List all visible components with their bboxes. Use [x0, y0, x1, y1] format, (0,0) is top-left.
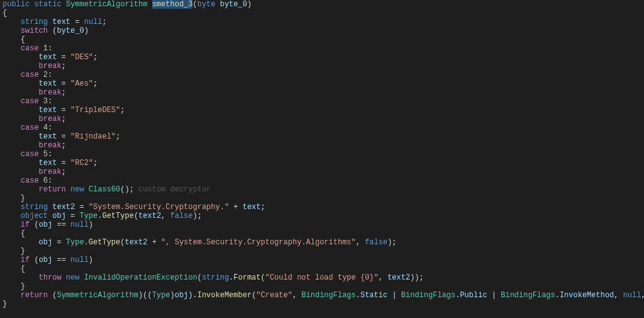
code-line: switch (byte_0)	[0, 26, 644, 35]
code-line: case 5:	[0, 150, 644, 159]
var-text: text	[52, 18, 70, 26]
code-line: obj = Type.GetType(text2 + ", System.Sec…	[0, 238, 644, 247]
code-line: }	[0, 247, 644, 256]
code-line: throw new InvalidOperationException(stri…	[0, 273, 644, 282]
kw-new: new	[70, 185, 84, 194]
string-algo-ns: ", System.Security.Cryptography.Algorith…	[161, 238, 356, 247]
class60-type: Class60	[89, 185, 120, 194]
code-editor[interactable]: public static SymmetricAlgorithm smethod…	[0, 0, 644, 318]
code-line: break;	[0, 168, 644, 176]
var-text2: text2	[52, 203, 75, 212]
kw-case: case	[21, 176, 43, 185]
kw-string: string	[21, 18, 48, 26]
fn-format: Format	[233, 273, 260, 282]
code-line: break;	[0, 115, 644, 123]
code-line: {	[0, 264, 644, 273]
code-line: if (obj == null)	[0, 256, 644, 264]
string-rijndael: "Rijndael"	[70, 132, 116, 141]
code-line: string text2 = "System.Security.Cryptogr…	[0, 203, 644, 212]
kw-case: case	[21, 71, 43, 79]
string-aes: "Aes"	[70, 79, 93, 88]
kw-return: return	[39, 185, 66, 194]
code-line: case 3:	[0, 97, 644, 106]
kw-case: case	[21, 123, 43, 132]
code-line: text = "RC2";	[0, 159, 644, 168]
code-line: {	[0, 229, 644, 238]
comment-custom-decryptor: custom decryptor	[134, 185, 211, 194]
lparen: (	[192, 0, 197, 9]
code-line: break;	[0, 62, 644, 71]
code-line: return new Class60(); custom decryptor	[0, 185, 644, 194]
code-line: text = "TripleDES";	[0, 106, 644, 115]
kw-throw: throw	[39, 273, 62, 282]
param-name: byte_0	[220, 0, 247, 9]
kw-switch: switch	[21, 26, 48, 35]
code-line: case 1:	[0, 44, 644, 53]
code-line: text = "DES";	[0, 53, 644, 62]
kw-static: static	[34, 0, 61, 9]
kw-break: break	[39, 115, 62, 123]
string-fmt: "Could not load type {0}"	[265, 273, 379, 282]
method-name-selected[interactable]: smethod_3	[152, 0, 193, 9]
string-tripledes: "TripleDES"	[70, 106, 120, 115]
code-line: }	[0, 282, 644, 291]
kw-break: break	[39, 168, 62, 176]
kw-break: break	[39, 88, 62, 97]
code-line: {	[0, 35, 644, 44]
kw-case: case	[21, 97, 43, 106]
rparen: )	[247, 0, 252, 9]
kw-break: break	[39, 62, 62, 71]
var-byte0: byte_0	[57, 26, 84, 35]
lbrace: {	[3, 9, 7, 18]
code-line: break;	[0, 141, 644, 150]
param-type: byte	[197, 0, 216, 9]
code-line: case 2:	[0, 71, 644, 79]
type-ioe: InvalidOperationException	[84, 273, 197, 282]
code-line: break;	[0, 88, 644, 97]
string-des: "DES"	[70, 53, 93, 62]
kw-case: case	[21, 44, 43, 53]
var-obj: obj	[52, 212, 66, 220]
kw-break: break	[39, 141, 62, 150]
code-line: }	[0, 300, 644, 309]
string-ns: "System.Security.Cryptography."	[89, 203, 229, 212]
code-line: object obj = Type.GetType(text2, false);	[0, 212, 644, 220]
code-line: public static SymmetricAlgorithm smethod…	[0, 0, 644, 9]
kw-if: if	[21, 220, 30, 229]
code-line: if (obj == null)	[0, 220, 644, 229]
code-line: text = "Aes";	[0, 79, 644, 88]
kw-null: null	[84, 18, 103, 26]
return-type: SymmetricAlgorithm	[66, 0, 148, 9]
fn-gettype: GetType	[102, 212, 133, 220]
code-line: case 4:	[0, 123, 644, 132]
code-line: string text = null;	[0, 18, 644, 26]
code-line: }	[0, 194, 644, 203]
fn-invokemember: InvokeMember	[197, 291, 252, 300]
code-line: {	[0, 9, 644, 18]
code-line: return (SymmetricAlgorithm)((Type)obj).I…	[0, 291, 644, 300]
code-line: case 6:	[0, 176, 644, 185]
string-rc2: "RC2"	[70, 159, 93, 168]
code-line: text = "Rijndael";	[0, 132, 644, 141]
kw-case: case	[21, 150, 43, 159]
kw-public: public	[3, 0, 30, 9]
